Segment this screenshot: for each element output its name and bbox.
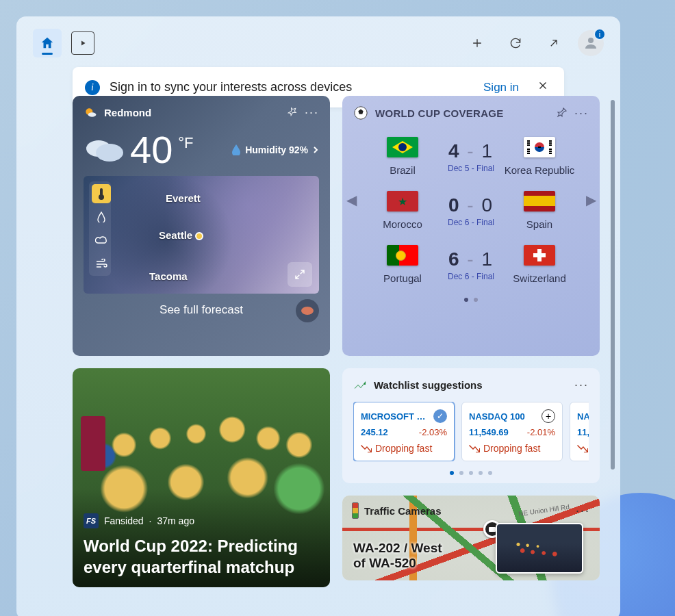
play-button[interactable] — [71, 31, 94, 55]
flag-icon — [524, 245, 555, 266]
map-city-everett: Everett — [166, 192, 201, 204]
weather-card[interactable]: Redmond ··· 40 °F Humidity 92% — [73, 96, 330, 356]
team-name: Korea Republic — [502, 164, 576, 176]
pin-icon — [557, 107, 568, 118]
chevron-right-icon — [312, 146, 319, 154]
stock-price: 245.12 — [361, 427, 388, 437]
refresh-icon — [509, 36, 522, 50]
more-button[interactable]: ··· — [574, 106, 589, 120]
map-cloud-button[interactable] — [92, 231, 111, 250]
weather-badge[interactable] — [296, 299, 319, 322]
more-button[interactable]: ··· — [305, 105, 319, 120]
home-button[interactable] — [33, 29, 62, 57]
trend-down-icon — [469, 444, 480, 452]
stock-tile[interactable]: MICROSOFT …✓245.12-2.03%Dropping fast — [353, 402, 455, 461]
map-wind-button[interactable] — [92, 254, 111, 273]
pin-button[interactable] — [287, 106, 298, 119]
trend-down-icon — [577, 444, 588, 452]
camera-thumbnail[interactable] — [496, 523, 583, 574]
pin-icon — [287, 106, 298, 117]
news-age: 37m ago — [157, 515, 194, 526]
match-sub: Dec 6 - Final — [448, 272, 494, 281]
weather-humidity[interactable]: Humidity 92% — [231, 144, 319, 155]
scrollbar-thumb[interactable] — [611, 100, 615, 470]
weather-footer: See full forecast — [84, 294, 319, 317]
cloud-icon — [84, 135, 125, 165]
team-name: Morocco — [366, 218, 440, 230]
score: 6 - 1Dec 6 - Final — [448, 248, 494, 281]
watchlist-card[interactable]: Watchlist suggestions ··· MICROSOFT …✓24… — [342, 368, 600, 483]
stock-trend: Dropping fast — [469, 443, 555, 454]
notice-message: Sign in to sync your interests across de… — [110, 80, 474, 94]
add-stock-button[interactable]: + — [542, 409, 555, 423]
map-expand-button[interactable] — [288, 262, 312, 287]
weather-map-tools — [89, 181, 111, 276]
forecast-link[interactable]: See full forecast — [160, 303, 243, 316]
team-away: Spain — [502, 191, 576, 230]
worldcup-body: ◀ ▶ Brazil4 - 1Dec 5 - FinalKorea Republ… — [353, 131, 589, 302]
match-sub: Dec 5 - Final — [448, 164, 494, 173]
team-away: Korea Republic — [502, 137, 576, 176]
score: 4 - 1Dec 5 - Final — [448, 140, 494, 173]
svg-point-4 — [96, 144, 123, 162]
source-badge: FS — [84, 513, 99, 528]
check-icon: ✓ — [433, 409, 447, 423]
camera-name: WA-202 / West of WA-520 — [353, 541, 456, 571]
page-dot[interactable] — [464, 298, 468, 302]
wind-icon — [95, 259, 107, 268]
add-button[interactable] — [463, 29, 492, 57]
news-headline: World Cup 2022: Predicting every quarter… — [84, 535, 319, 578]
page-dot[interactable] — [469, 471, 473, 475]
news-card[interactable]: FS Fansided · 37m ago World Cup 2022: Pr… — [73, 368, 330, 587]
refresh-button[interactable] — [501, 29, 530, 57]
scrollbar[interactable] — [611, 100, 615, 470]
match-row[interactable]: Portugal6 - 1Dec 6 - FinalSwitzerland — [353, 240, 589, 294]
map-city-tacoma: Tacoma — [149, 270, 188, 282]
news-text: FS Fansided · 37m ago World Cup 2022: Pr… — [84, 513, 319, 578]
page-dot[interactable] — [459, 471, 463, 475]
map-city-seattle: Seattle — [159, 229, 203, 241]
team-away: Switzerland — [502, 245, 576, 284]
match-row[interactable]: Brazil4 - 1Dec 5 - FinalKorea Republic — [353, 131, 589, 185]
widgets-scroll-area: Redmond ··· 40 °F Humidity 92% — [73, 96, 600, 616]
page-dot[interactable] — [450, 471, 454, 475]
team-name: Portugal — [366, 272, 440, 284]
stock-tile[interactable]: NASDAQ 100+11,549.69-2.01%Dropping fast — [461, 402, 563, 461]
watchlist-row: MICROSOFT …✓245.12-2.03%Dropping fastNAS… — [353, 402, 589, 461]
page-dot[interactable] — [488, 471, 492, 475]
map-temp-button[interactable] — [92, 184, 111, 203]
top-bar: i — [29, 29, 608, 67]
pin-button[interactable] — [557, 107, 568, 120]
stock-name: NASD — [577, 411, 589, 422]
trend-down-icon — [361, 444, 372, 452]
map-precip-button[interactable] — [92, 207, 111, 227]
match-row[interactable]: Morocco0 - 0Dec 6 - FinalSpain — [353, 185, 589, 240]
stock-change: -2.03% — [419, 427, 447, 437]
stock-price: 11,549.69 — [469, 427, 509, 437]
page-dot[interactable] — [479, 471, 483, 475]
weather-map[interactable]: Everett Seattle Tacoma — [84, 176, 319, 294]
next-button[interactable]: ▶ — [586, 192, 596, 207]
more-button[interactable]: ··· — [574, 378, 589, 392]
news-source: FS Fansided · 37m ago — [84, 513, 319, 528]
expand-button[interactable] — [539, 29, 568, 57]
source-name: Fansided — [104, 515, 144, 526]
avatar[interactable]: i — [578, 30, 604, 56]
worldcup-card[interactable]: WORLD CUP COVERAGE ··· ◀ ▶ Brazil4 - 1De… — [342, 96, 600, 356]
signin-link[interactable]: Sign in — [483, 81, 519, 94]
team-name: Switzerland — [502, 272, 576, 284]
flag-icon — [524, 137, 555, 157]
traffic-card[interactable]: Traffic Cameras ··· NE Union Hill Rd WA-… — [342, 496, 600, 580]
close-button[interactable] — [534, 77, 552, 98]
flag-icon — [387, 245, 418, 266]
more-button[interactable]: ··· — [576, 504, 590, 518]
left-column: Redmond ··· 40 °F Humidity 92% — [73, 96, 330, 587]
weather-main: 40 °F Humidity 92% — [84, 131, 319, 169]
prev-button[interactable]: ◀ — [346, 192, 356, 207]
page-dot[interactable] — [474, 298, 478, 302]
svg-point-6 — [99, 194, 104, 200]
stock-trend: Dr — [577, 443, 589, 454]
stock-tile[interactable]: NASD+11,014Dr — [570, 402, 589, 461]
flag-icon — [387, 191, 418, 211]
team-home: Morocco — [366, 191, 440, 230]
